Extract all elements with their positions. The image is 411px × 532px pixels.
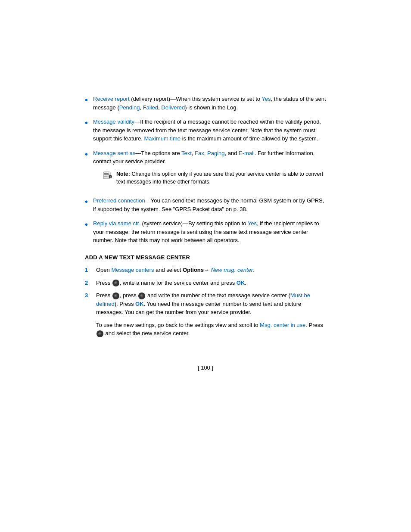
msg-center-in-use-link: Msg. center in use bbox=[260, 322, 305, 328]
ok-link-1: OK bbox=[237, 280, 245, 286]
step-1-text: Open Message centers and select Options→… bbox=[96, 266, 326, 274]
svg-rect-1 bbox=[104, 173, 109, 174]
bullet-dot: • bbox=[85, 93, 88, 106]
text-link: Text bbox=[181, 150, 192, 156]
page-number: [ 100 ] bbox=[85, 364, 326, 372]
must-be-defined-link: Must be defined bbox=[96, 292, 310, 307]
page: • Receive report (delivery report)—When … bbox=[0, 0, 411, 532]
nav-button-icon-2 bbox=[112, 292, 119, 299]
step-3-text: Press , press and write the number of th… bbox=[96, 291, 326, 317]
options-bold: Options bbox=[183, 267, 204, 273]
ok-link-2: OK bbox=[135, 301, 144, 307]
step-2: 2 Press , write a name for the service c… bbox=[85, 279, 326, 287]
preferred-connection-text: Preferred connection—You can send text m… bbox=[93, 196, 326, 213]
bullet-list: • Receive report (delivery report)—When … bbox=[85, 95, 326, 245]
numbered-steps: 1 Open Message centers and select Option… bbox=[85, 266, 326, 317]
bullet-dot: • bbox=[85, 218, 88, 231]
preferred-connection-link: Preferred connection bbox=[93, 197, 145, 204]
list-item-receive-report: • Receive report (delivery report)—When … bbox=[85, 95, 326, 112]
message-sent-as-text: Message sent as—The options are Text, Fa… bbox=[93, 149, 326, 191]
message-centers-link: Message centers bbox=[111, 267, 154, 273]
message-validity-text: Message validity—If the recipient of a m… bbox=[93, 118, 326, 143]
message-sent-as-link: Message sent as bbox=[93, 150, 135, 156]
maximum-time-link: Maximum time bbox=[144, 135, 181, 142]
list-item-message-validity: • Message validity—If the recipient of a… bbox=[85, 118, 326, 143]
svg-rect-2 bbox=[104, 174, 109, 175]
step-1: 1 Open Message centers and select Option… bbox=[85, 266, 326, 274]
delivered-link: Delivered bbox=[161, 104, 185, 111]
note-label: Note: bbox=[116, 171, 130, 177]
note-icon: ! bbox=[103, 171, 112, 180]
receive-report-text: Receive report (delivery report)—When th… bbox=[93, 95, 326, 112]
fax-link: Fax bbox=[195, 150, 204, 156]
bullet-dot: • bbox=[85, 116, 88, 129]
nav-button-icon-1 bbox=[112, 280, 119, 286]
svg-rect-3 bbox=[104, 176, 108, 177]
bullet-dot: • bbox=[85, 195, 88, 208]
step-2-text: Press , write a name for the service cen… bbox=[96, 279, 326, 287]
extra-paragraph: To use the new settings, go back to the … bbox=[96, 321, 326, 338]
svg-text:!: ! bbox=[110, 176, 111, 178]
step-3-number: 3 bbox=[85, 291, 93, 300]
nav-button-icon-3 bbox=[138, 292, 145, 299]
message-validity-link: Message validity bbox=[93, 118, 134, 125]
reply-via-text: Reply via same ctr. (system service)—By … bbox=[93, 219, 326, 245]
yes-link-1: Yes bbox=[262, 96, 271, 102]
step-3: 3 Press , press and write the number of … bbox=[85, 291, 326, 317]
pending-link: Pending bbox=[119, 104, 140, 111]
yes-link-2: Yes bbox=[248, 220, 257, 227]
receive-report-link: Receive report bbox=[93, 96, 130, 102]
reply-via-link: Reply via same ctr. bbox=[93, 220, 140, 227]
note-text: Note: Change this option only if you are… bbox=[116, 170, 326, 187]
list-item-reply-via: • Reply via same ctr. (system service)—B… bbox=[85, 219, 326, 245]
nav-button-icon-4 bbox=[97, 330, 103, 337]
failed-link: Failed bbox=[143, 104, 158, 111]
step-2-number: 2 bbox=[85, 279, 93, 287]
paging-link: Paging bbox=[207, 150, 224, 156]
list-item-preferred-connection: • Preferred connection—You can send text… bbox=[85, 196, 326, 213]
email-link: E-mail bbox=[239, 150, 255, 156]
bullet-dot: • bbox=[85, 148, 88, 161]
content: • Receive report (delivery report)—When … bbox=[85, 95, 326, 372]
step-1-number: 1 bbox=[85, 266, 93, 274]
section-heading: ADD A NEW TEXT MESSAGE CENTER bbox=[85, 253, 326, 262]
new-msg-center-link: New msg. center bbox=[211, 267, 253, 273]
note-box: ! Note: Change this option only if you a… bbox=[103, 170, 326, 187]
list-item-message-sent-as: • Message sent as—The options are Text, … bbox=[85, 149, 326, 191]
